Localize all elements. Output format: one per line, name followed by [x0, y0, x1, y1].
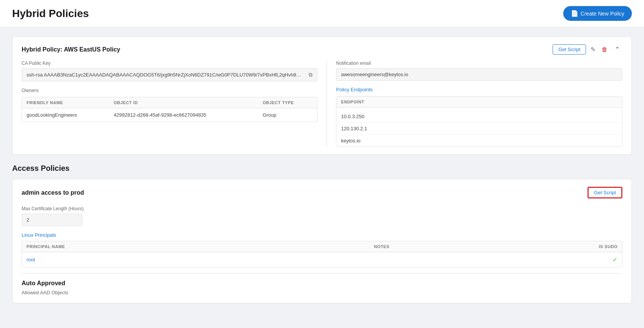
hybrid-policy-card-title: Hybrid Policy: AWS EastUS Policy: [22, 46, 120, 53]
policy-endpoints-label: Policy Endpoints: [336, 87, 622, 92]
access-policy-name: admin access to prod: [22, 189, 84, 196]
document-plus-icon: 📄: [571, 10, 578, 17]
principals-header-row: PRINCIPAL NAME NOTES IS SUDO: [22, 241, 622, 252]
owners-table-wrapper: FRIENDLY NAME OBJECT ID OBJECT TYPE good…: [22, 97, 317, 122]
principal-is-sudo: ✓: [456, 252, 622, 267]
access-policy-card: admin access to prod Get Script Max Cert…: [12, 179, 632, 303]
hybrid-policy-details: CA Public Key ssh-rsa AAAAB3NzaC1yc2EAAA…: [22, 61, 622, 147]
chevron-up-icon: ⌃: [614, 46, 620, 53]
notification-email-label: Notification email: [336, 61, 622, 66]
table-row: root ✓: [22, 252, 622, 267]
table-row: goodLookingEngineers 42992812-d268-45af-…: [22, 108, 317, 122]
hybrid-policy-delete-button[interactable]: 🗑: [600, 45, 609, 55]
endpoints-table-wrapper: ENDPOINT 10.0.3.250120.130.2.1keytos.io: [336, 96, 622, 147]
main-content: Hybrid Policy: AWS EastUS Policy Get Scr…: [0, 27, 644, 322]
ca-public-key-label: CA Public Key: [22, 61, 317, 66]
access-policy-header: admin access to prod Get Script: [22, 187, 622, 198]
endpoints-list: 10.0.3.250120.130.2.1keytos.io: [336, 111, 622, 147]
owner-friendly-name: goodLookingEngineers: [22, 108, 109, 122]
access-policies-section: Access Policies admin access to prod Get…: [12, 164, 632, 303]
trash-icon: 🗑: [602, 46, 608, 53]
principal-name: root: [22, 252, 308, 267]
hybrid-policy-card: Hybrid Policy: AWS EastUS Policy Get Scr…: [12, 36, 632, 155]
max-cert-length-field: Max Certificate Length (Hours): [22, 206, 622, 226]
check-icon: ✓: [613, 256, 617, 263]
hybrid-policy-left-col: CA Public Key ssh-rsa AAAAB3NzaC1yc2EAAA…: [22, 61, 317, 147]
hybrid-policy-edit-button[interactable]: ✎: [589, 44, 597, 55]
access-policies-heading: Access Policies: [12, 164, 632, 173]
auto-approved-section: Auto Approved Allowed AAD Objects: [22, 273, 622, 295]
list-item: keytos.io: [336, 135, 622, 147]
owners-table: FRIENDLY NAME OBJECT ID OBJECT TYPE good…: [22, 97, 317, 122]
endpoints-col-header: ENDPOINT: [336, 97, 622, 108]
owners-table-header-row: FRIENDLY NAME OBJECT ID OBJECT TYPE: [22, 97, 317, 108]
owners-col-object-id: OBJECT ID: [109, 97, 258, 108]
hybrid-policy-collapse-button[interactable]: ⌃: [612, 45, 622, 55]
copy-icon[interactable]: ⧉: [309, 72, 313, 78]
max-cert-length-label: Max Certificate Length (Hours): [22, 206, 622, 211]
list-item: 10.0.3.250: [336, 111, 622, 123]
max-cert-length-input[interactable]: [22, 214, 82, 226]
hybrid-policy-card-actions: Get Script ✎ 🗑 ⌃: [553, 44, 622, 55]
linux-principals-label: Linux Principals: [22, 232, 622, 238]
hybrid-policy-right-col: Notification email awesomeengineers@keyt…: [327, 61, 622, 147]
principal-notes: [308, 252, 456, 267]
linux-principals-table-wrapper: PRINCIPAL NAME NOTES IS SUDO root ✓: [22, 241, 622, 267]
notification-email-box: awesomeengineers@keytos.io: [336, 68, 622, 81]
allowed-aad-objects-label: Allowed AAD Objects: [22, 290, 622, 295]
owners-label: Owners: [22, 87, 317, 93]
ca-public-key-value: ssh-rsa AAAAB3NzaC1yc2EAAAADAQABAAACAQDO…: [27, 72, 301, 78]
owners-col-friendly-name: FRIENDLY NAME: [22, 97, 109, 108]
auto-approved-title: Auto Approved: [22, 280, 622, 287]
linux-principals-table: PRINCIPAL NAME NOTES IS SUDO root ✓: [22, 241, 622, 267]
edit-icon: ✎: [591, 46, 595, 53]
ca-public-key-box: ssh-rsa AAAAB3NzaC1yc2EAAAADAQABAAACAQDO…: [22, 68, 317, 81]
hybrid-policy-get-script-button[interactable]: Get Script: [553, 44, 586, 55]
list-item: 120.130.2.1: [336, 123, 622, 135]
principals-col-name: PRINCIPAL NAME: [22, 241, 308, 252]
page-header: Hybrid Policies 📄 Create New Policy: [0, 0, 644, 27]
page-title: Hybrid Policies: [12, 8, 89, 20]
access-policy-get-script-button[interactable]: Get Script: [587, 187, 622, 198]
principals-col-notes: NOTES: [308, 241, 456, 252]
create-new-policy-button[interactable]: 📄 Create New Policy: [563, 6, 632, 21]
owners-col-object-type: OBJECT TYPE: [258, 97, 317, 108]
principals-col-is-sudo: IS SUDO: [456, 241, 622, 252]
owner-object-id: 42992812-d268-45af-9298-ec6627094835: [109, 108, 258, 122]
owner-object-type: Group: [258, 108, 317, 122]
divider: [22, 273, 622, 274]
hybrid-policy-card-header: Hybrid Policy: AWS EastUS Policy Get Scr…: [22, 44, 622, 55]
notification-email-value: awesomeengineers@keytos.io: [341, 72, 408, 77]
